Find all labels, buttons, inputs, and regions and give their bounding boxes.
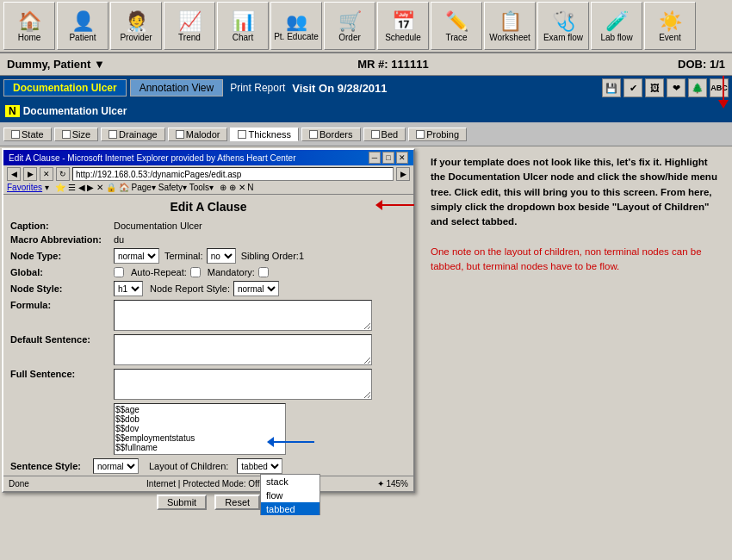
lab-flow-button[interactable]: 🧪 Lab flow bbox=[591, 2, 642, 50]
dialog-close[interactable]: ✕ bbox=[396, 152, 408, 164]
formula-row: Formula: bbox=[10, 300, 406, 331]
var-age[interactable]: $$age bbox=[115, 405, 284, 414]
check-icon[interactable]: ✔ bbox=[623, 78, 642, 97]
trend-button[interactable]: 📈 Trend bbox=[164, 2, 215, 50]
home-button[interactable]: 🏠 Home bbox=[3, 2, 55, 50]
var-fullname[interactable]: $$fullname bbox=[115, 443, 284, 452]
var-dov[interactable]: $$dov bbox=[115, 424, 284, 433]
formula-input[interactable] bbox=[114, 300, 372, 331]
forward-button[interactable]: ▶ bbox=[23, 167, 37, 181]
pt-educate-button[interactable]: 👥 Pt. Educate bbox=[270, 2, 322, 50]
save-icon[interactable]: 💾 bbox=[602, 78, 621, 97]
tab-probing[interactable]: Probing bbox=[408, 128, 467, 141]
dialog-maximize[interactable]: □ bbox=[382, 152, 394, 164]
caption-value: Documentation Ulcer bbox=[114, 221, 202, 231]
size-checkbox[interactable] bbox=[62, 130, 71, 139]
url-input[interactable] bbox=[72, 167, 394, 181]
auto-repeat-checkbox[interactable] bbox=[190, 267, 201, 277]
edit-clause-title: Edit A Clause bbox=[10, 200, 406, 214]
thickness-checkbox[interactable] bbox=[238, 130, 246, 139]
patient-header: Dummy, Patient ▼ MR #: 111111 DOB: 1/1 bbox=[0, 53, 732, 76]
node-report-select[interactable]: normal bbox=[233, 281, 279, 296]
doc-icons: 💾 ✔ 🖼 ❤ 🌲 ABC bbox=[602, 78, 729, 97]
form-buttons: Submit Reset bbox=[10, 495, 406, 510]
borders-checkbox[interactable] bbox=[309, 130, 318, 139]
tab-thickness[interactable]: Thickness bbox=[230, 128, 299, 141]
tab-malodor[interactable]: Malodor bbox=[168, 128, 228, 141]
go-button[interactable]: ▶ bbox=[396, 167, 410, 181]
heart-icon[interactable]: ❤ bbox=[667, 78, 685, 97]
status-zoom: ✦ 145% bbox=[377, 479, 408, 488]
mandatory-checkbox[interactable] bbox=[258, 267, 269, 277]
terminal-label: Terminal: bbox=[164, 251, 203, 261]
instruction-bold-text: If your template does not look like this… bbox=[431, 155, 722, 229]
var-employment[interactable]: $$employmentstatus bbox=[115, 433, 284, 443]
browser-toolbar: Favorites ▾ ⭐ ☰ ◀ ▶ ✕ 🔒 🏠 Page▾ Safety▾ … bbox=[7, 183, 410, 192]
layout-option-flow[interactable]: flow bbox=[261, 488, 319, 502]
global-row: Global: Auto-Repeat: Mandatory: bbox=[10, 267, 406, 277]
exam-flow-button[interactable]: 🩺 Exam flow bbox=[537, 2, 589, 50]
caption-label: Caption: bbox=[10, 221, 114, 231]
bed-checkbox[interactable] bbox=[371, 130, 380, 139]
chart-button[interactable]: 📊 Chart bbox=[217, 2, 269, 50]
event-button[interactable]: ☀️ Event bbox=[644, 2, 696, 50]
tab-state[interactable]: State bbox=[3, 128, 52, 141]
dialog-title: Edit A Clause - Microsoft Internet Explo… bbox=[9, 153, 296, 163]
default-sentence-row: Default Sentence: bbox=[10, 334, 406, 365]
node-style-row: Node Style: h1 Node Report Style: normal bbox=[10, 281, 406, 296]
tab-bed[interactable]: Bed bbox=[363, 128, 406, 141]
terminal-select[interactable]: no bbox=[207, 248, 236, 264]
svg-marker-5 bbox=[267, 437, 274, 447]
tab-drainage[interactable]: Drainage bbox=[101, 128, 165, 141]
default-sentence-input[interactable] bbox=[114, 334, 372, 365]
tabs-row: State Size Drainage Malodor Thickness Bo… bbox=[0, 122, 732, 146]
layout-select[interactable]: tabbed bbox=[237, 458, 282, 474]
patient-button[interactable]: 👤 Patient bbox=[57, 2, 109, 50]
layout-dropdown-popup: stack flow tabbed bbox=[260, 474, 320, 515]
macro-value: du bbox=[114, 234, 124, 245]
variables-list[interactable]: $$age $$dob $$dov $$employmentstatus $$f… bbox=[114, 403, 286, 455]
tab-borders[interactable]: Borders bbox=[301, 128, 361, 141]
n-badge: N bbox=[5, 105, 20, 117]
sentence-style-select[interactable]: normal bbox=[93, 458, 139, 474]
reset-button[interactable]: Reset bbox=[214, 495, 260, 510]
global-checkbox[interactable] bbox=[114, 267, 124, 277]
worksheet-button[interactable]: 📋 Worksheet bbox=[484, 2, 536, 50]
browser-address-bar: ◀ ▶ ✕ ↻ ▶ bbox=[7, 167, 410, 181]
n-bar: N Documentation Ulcer bbox=[0, 100, 732, 122]
full-sentence-input[interactable] bbox=[114, 369, 372, 400]
caption-row: Caption: Documentation Ulcer bbox=[10, 221, 406, 231]
documentation-ulcer-tab[interactable]: Documentation Ulcer bbox=[3, 79, 127, 96]
patient-name[interactable]: Dummy, Patient ▼ bbox=[7, 58, 105, 71]
schedule-button[interactable]: 📅 Schedule bbox=[377, 2, 429, 50]
var-dob[interactable]: $$dob bbox=[115, 414, 284, 424]
layout-option-tabbed[interactable]: tabbed bbox=[261, 502, 319, 515]
back-button[interactable]: ◀ bbox=[7, 167, 21, 181]
node-style-select[interactable]: h1 bbox=[114, 281, 143, 296]
dialog-minimize[interactable]: ─ bbox=[369, 152, 381, 164]
malodor-checkbox[interactable] bbox=[176, 130, 184, 139]
print-report-label[interactable]: Print Report bbox=[230, 82, 285, 94]
submit-button[interactable]: Submit bbox=[157, 495, 207, 510]
provider-button[interactable]: 🧑‍⚕️ Provider bbox=[110, 2, 162, 50]
annotation-view-tab[interactable]: Annotation View bbox=[130, 79, 224, 96]
tree-icon[interactable]: 🌲 bbox=[688, 78, 707, 97]
drainage-checkbox[interactable] bbox=[109, 130, 117, 139]
state-checkbox[interactable] bbox=[11, 130, 20, 139]
probing-checkbox[interactable] bbox=[416, 130, 425, 139]
order-button[interactable]: 🛒 Order bbox=[324, 2, 375, 50]
tab-size[interactable]: Size bbox=[54, 128, 98, 141]
sibling-order-input[interactable] bbox=[299, 251, 316, 261]
blue-left-arrow bbox=[267, 433, 319, 451]
image-icon[interactable]: 🖼 bbox=[645, 78, 664, 97]
refresh-button[interactable]: ↻ bbox=[56, 167, 70, 181]
node-type-select[interactable]: normal bbox=[114, 248, 159, 264]
node-report-label: Node Report Style: bbox=[150, 283, 230, 294]
node-style-label: Node Style: bbox=[10, 283, 114, 294]
trace-button[interactable]: ✏️ Trace bbox=[431, 2, 482, 50]
layout-option-stack[interactable]: stack bbox=[261, 475, 319, 488]
stop-button[interactable]: ✕ bbox=[40, 167, 53, 181]
red-down-arrow bbox=[716, 76, 730, 110]
dialog-body: Edit A Clause Caption: Documentation Ulc… bbox=[3, 195, 413, 515]
favorites-link[interactable]: Favorites bbox=[7, 183, 42, 192]
